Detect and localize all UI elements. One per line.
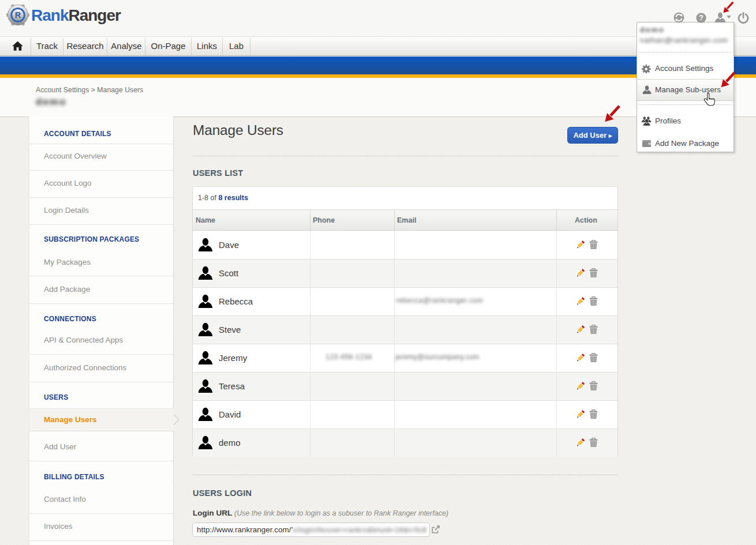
- svg-text:?: ?: [699, 14, 703, 22]
- svg-text:R: R: [15, 10, 21, 20]
